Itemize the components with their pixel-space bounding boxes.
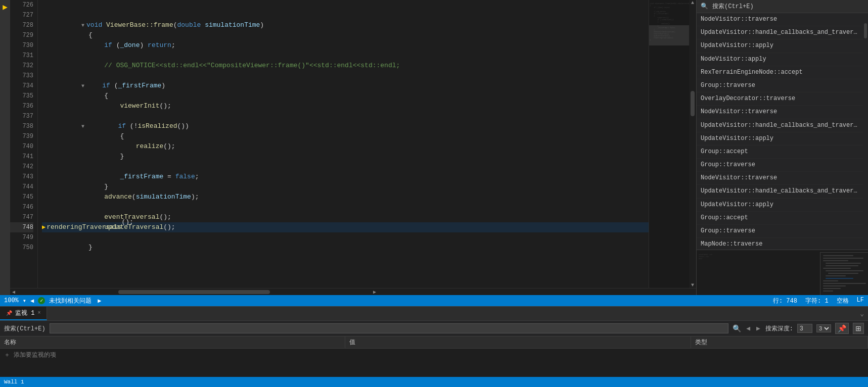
scrollbar-thumb[interactable] (691, 91, 695, 116)
col-header-value: 值 (345, 336, 691, 348)
call-stack-item-3[interactable]: NodeVisitor::apply (697, 53, 863, 66)
code-line-729: if (_done) return; (42, 30, 649, 40)
next-result-button[interactable]: ▶ (756, 324, 760, 332)
svg-rect-15 (823, 291, 833, 292)
svg-rect-12 (823, 283, 866, 284)
add-watch-item-row[interactable]: ＋ 添加要监视的项 (0, 349, 868, 361)
watch-table: 名称 值 类型 ＋ 添加要监视的项 (0, 336, 868, 377)
line-num-726: 726 (10, 0, 33, 10)
zoom-dropdown-icon[interactable]: ▾ (23, 297, 26, 305)
code-line-741 (42, 152, 649, 162)
call-stack-item-4[interactable]: RexTerrainEngineNode::accept (697, 66, 863, 79)
horizontal-scrollbar[interactable]: ◀ ▶ (10, 288, 696, 295)
line-num-748: 748 (10, 222, 33, 232)
pin-column-button[interactable]: 📌 (835, 323, 849, 334)
code-lines[interactable]: ▼void ViewerBase::frame(double simulatio… (38, 0, 649, 288)
line-num-738: 738 (10, 121, 33, 131)
nav-left-button[interactable]: ◀ (30, 297, 34, 305)
no-issues-icon: ✓ (38, 297, 45, 304)
status-bar: 100% ▾ ◀ ✓ 未找到相关问题 ▶ 行: 748 字符: 1 空格 LF (0, 295, 868, 306)
code-content: 726 727 728 729 730 731 732 733 734 735 … (10, 0, 696, 288)
call-stack-item-7[interactable]: NodeVisitor::traverse (697, 106, 863, 119)
line-num-732: 732 (10, 61, 33, 71)
pin-icon: 📌 (6, 310, 12, 316)
code-line-737: ▼ if (!isRealized()) (42, 111, 649, 121)
fold-icon-727[interactable]: ▼ (81, 23, 84, 28)
bottom-panel: 📌 监视 1 × ⌄ 搜索(Ctrl+E) 🔍 ◀ ▶ 搜索深度: 3 1 2 … (0, 306, 868, 387)
zoom-level[interactable]: 100% (4, 297, 19, 304)
code-line-746: eventTraversal(); (42, 202, 649, 212)
fold-icon-737[interactable]: ▼ (81, 124, 84, 129)
call-stack-item-9[interactable]: UpdateVisitor::apply (697, 132, 863, 146)
thumbnail-preview: ViewerBase::run Viewer::run main (697, 250, 868, 295)
scroll-left-button[interactable]: ◀ (10, 289, 17, 295)
col-header-name: 名称 (0, 336, 345, 348)
expand-all-button[interactable]: ⊞ (853, 323, 864, 334)
char-info: 字符: 1 (805, 297, 829, 305)
code-line-742: _firstFrame = false; (42, 162, 649, 172)
line-num-745: 745 (10, 192, 33, 202)
watch-tab-1[interactable]: 📌 监视 1 × (0, 307, 47, 320)
watch-search-input[interactable] (50, 323, 729, 333)
left-sidebar: ▶ (0, 0, 10, 295)
main-area: ▶ 726 727 728 729 730 731 732 733 734 73… (0, 0, 868, 295)
call-stack-scrollbar-thumb[interactable] (864, 23, 867, 38)
line-num-744: 744 (10, 182, 33, 192)
call-stack-panel: 🔍 搜索(Ctrl+E) NodeVisitor::traverse Updat… (696, 0, 868, 295)
code-line-726 (42, 0, 649, 10)
svg-rect-1 (823, 255, 853, 256)
call-stack-item-2[interactable]: UpdateVisitor::apply (697, 39, 863, 53)
thumbnail-svg (820, 253, 868, 295)
minimap[interactable]: void ViewerBase::frame(double simulation… (649, 0, 689, 288)
line-num-741: 741 (10, 152, 33, 162)
call-stack-scrollbar[interactable] (863, 13, 868, 250)
scroll-right-button[interactable]: ▶ (371, 289, 378, 295)
call-stack-item-1[interactable]: UpdateVisitor::handle_callbacks_and_trav… (697, 26, 863, 39)
svg-rect-5 (826, 265, 858, 266)
call-stack-item-16[interactable]: Group::traverse (697, 225, 863, 238)
watch-tab-label: 监视 1 (15, 309, 34, 317)
call-stack-item-8[interactable]: UpdateVisitor::handle_callbacks_and_trav… (697, 119, 863, 132)
call-stack-item-13[interactable]: UpdateVisitor::handle_callbacks_and_trav… (697, 185, 863, 198)
panel-collapse-button[interactable]: ⌄ (856, 308, 868, 320)
line-num-736: 736 (10, 101, 33, 111)
depth-select[interactable]: 3 1 2 4 5 (816, 324, 831, 332)
svg-rect-2 (823, 258, 863, 259)
scroll-down-button[interactable]: ▼ (689, 282, 696, 288)
scroll-up-button[interactable]: ▲ (689, 0, 696, 6)
h-scrollbar-thumb[interactable] (118, 290, 270, 294)
minimap-thumbnail (820, 252, 868, 295)
line-num-734: 734 (10, 81, 33, 91)
char-label: 字符: (805, 298, 821, 305)
watch-search-label: 搜索(Ctrl+E) (4, 324, 45, 333)
line-num-731: 731 (10, 51, 33, 61)
prev-result-button[interactable]: ◀ (746, 324, 750, 332)
vertical-scrollbar[interactable]: ▲ ▼ (689, 0, 696, 288)
call-stack-item-12[interactable]: NodeVisitor::traverse (697, 172, 863, 185)
call-stack-item-14[interactable]: UpdateVisitor::apply (697, 199, 863, 212)
call-stack-item-11[interactable]: Group::traverse (697, 159, 863, 172)
call-stack-item-15[interactable]: Group::accept (697, 212, 863, 225)
call-stack-item-17[interactable]: MapNode::traverse (697, 238, 863, 250)
line-num-747: 747 (10, 212, 33, 222)
line-info: 行: 748 (773, 297, 797, 305)
status-right: 行: 748 字符: 1 空格 LF (773, 297, 864, 305)
svg-rect-11 (823, 280, 838, 281)
search-icon[interactable]: 🔍 (733, 324, 741, 333)
call-stack-item-6[interactable]: OverlayDecorator::traverse (697, 92, 863, 106)
nav-right-button[interactable]: ▶ (98, 297, 101, 305)
call-stack-item-10[interactable]: Group::accept (697, 146, 863, 159)
code-line-748: ▶ renderingTraversals(); (42, 222, 649, 232)
call-stack-item-5[interactable]: Group::traverse (697, 79, 863, 92)
call-stack-item-0[interactable]: NodeVisitor::traverse (697, 13, 863, 26)
svg-rect-9 (826, 275, 846, 276)
watch-tab-close[interactable]: × (37, 310, 40, 316)
code-line-750 (42, 243, 649, 253)
depth-input[interactable] (797, 324, 812, 333)
line-num-728: 728 (10, 20, 33, 30)
call-stack-list[interactable]: NodeVisitor::traverse UpdateVisitor::han… (697, 13, 863, 250)
fold-icon-733[interactable]: ▼ (81, 83, 84, 89)
code-line-744: advance(simulationTime); (42, 182, 649, 192)
char-val: 1 (825, 298, 828, 305)
line-num-743: 743 (10, 172, 33, 182)
